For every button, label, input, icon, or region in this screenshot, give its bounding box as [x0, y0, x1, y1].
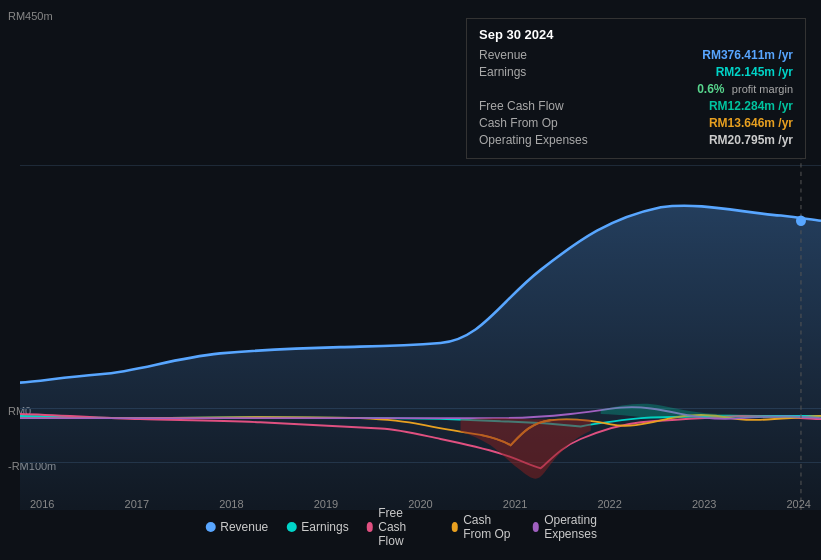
tooltip-panel: Sep 30 2024 Revenue RM376.411m /yr Earni…: [466, 18, 806, 159]
tooltip-opex-row: Operating Expenses RM20.795m /yr: [479, 133, 793, 147]
tooltip-earnings-row: Earnings RM2.145m /yr: [479, 65, 793, 79]
tooltip-profit-margin-row: 0.6% profit margin: [479, 82, 793, 96]
chart-svg: [20, 155, 821, 510]
tooltip-fcf-value: RM12.284m /yr: [709, 99, 793, 113]
legend-item-cfo: Cash From Op: [452, 513, 515, 541]
x-label-2016: 2016: [30, 498, 54, 510]
tooltip-earnings-value: RM2.145m /yr: [716, 65, 793, 79]
tooltip-cfo-row: Cash From Op RM13.646m /yr: [479, 116, 793, 130]
tooltip-revenue-value: RM376.411m /yr: [702, 48, 793, 62]
legend-label-earnings: Earnings: [301, 520, 348, 534]
legend-label-cfo: Cash From Op: [463, 513, 514, 541]
tooltip-profit-pct: 0.6%: [697, 82, 724, 96]
legend-dot-earnings: [286, 522, 296, 532]
tooltip-date: Sep 30 2024: [479, 27, 793, 42]
x-label-2017: 2017: [125, 498, 149, 510]
legend-label-revenue: Revenue: [220, 520, 268, 534]
legend-item-revenue: Revenue: [205, 520, 268, 534]
svg-point-2: [796, 216, 806, 226]
tooltip-revenue-row: Revenue RM376.411m /yr: [479, 48, 793, 62]
tooltip-opex-label: Operating Expenses: [479, 133, 609, 147]
legend-item-earnings: Earnings: [286, 520, 348, 534]
tooltip-profit-margin-label: profit margin: [732, 83, 793, 95]
legend-item-fcf: Free Cash Flow: [367, 506, 434, 548]
legend-dot-revenue: [205, 522, 215, 532]
y-label-max: RM450m: [8, 10, 53, 22]
tooltip-earnings-label: Earnings: [479, 65, 609, 79]
tooltip-opex-value: RM20.795m /yr: [709, 133, 793, 147]
legend-label-opex: Operating Expenses: [544, 513, 616, 541]
legend-item-opex: Operating Expenses: [533, 513, 616, 541]
tooltip-fcf-row: Free Cash Flow RM12.284m /yr: [479, 99, 793, 113]
legend-dot-fcf: [367, 522, 374, 532]
tooltip-cfo-value: RM13.646m /yr: [709, 116, 793, 130]
tooltip-revenue-label: Revenue: [479, 48, 609, 62]
legend-label-fcf: Free Cash Flow: [378, 506, 433, 548]
tooltip-fcf-label: Free Cash Flow: [479, 99, 609, 113]
legend-dot-opex: [533, 522, 540, 532]
x-label-2024: 2024: [787, 498, 811, 510]
x-label-2023: 2023: [692, 498, 716, 510]
tooltip-cfo-label: Cash From Op: [479, 116, 609, 130]
chart-legend: Revenue Earnings Free Cash Flow Cash Fro…: [205, 506, 616, 548]
legend-dot-cfo: [452, 522, 459, 532]
